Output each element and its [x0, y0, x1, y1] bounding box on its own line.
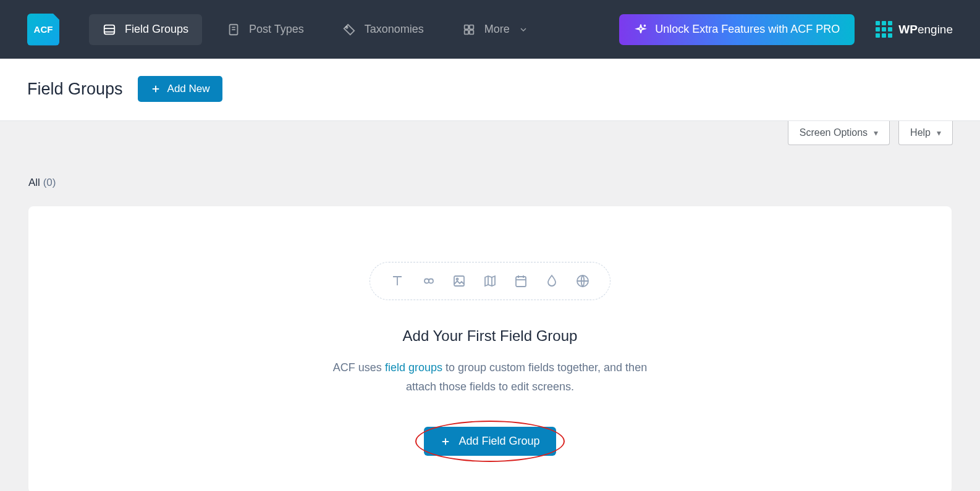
wpengine-text: WPengine	[898, 23, 953, 36]
acf-logo: ACF	[27, 14, 59, 46]
help-label: Help	[910, 127, 931, 138]
drop-icon	[544, 274, 559, 288]
nav-label: Field Groups	[125, 23, 188, 36]
help-toggle[interactable]: Help	[898, 121, 953, 145]
view-toggles: Screen Options Help	[788, 121, 953, 145]
nav-item-taxonomies[interactable]: Taxonomies	[329, 14, 437, 45]
sparkle-icon	[634, 23, 648, 36]
svg-point-11	[644, 25, 646, 26]
svg-rect-14	[454, 276, 464, 286]
text-icon	[390, 274, 405, 288]
tag-icon	[342, 23, 356, 36]
document-icon	[227, 23, 240, 36]
svg-rect-8	[470, 25, 473, 28]
nav-label: Post Types	[249, 23, 304, 36]
page-title: Field Groups	[27, 80, 123, 99]
nav-label: Taxonomies	[365, 23, 424, 36]
plus-icon	[440, 436, 451, 447]
acf-logo-text: ACF	[34, 24, 53, 35]
add-field-group-label: Add Field Group	[458, 435, 539, 448]
field-groups-link[interactable]: field groups	[385, 361, 442, 374]
chevron-down-icon	[518, 25, 528, 35]
globe-icon	[575, 274, 590, 288]
svg-rect-7	[464, 25, 468, 28]
empty-description: ACF uses field groups to group custom fi…	[317, 358, 663, 396]
nav-item-more[interactable]: More	[449, 14, 542, 45]
filter-all-link[interactable]: All	[28, 177, 40, 188]
add-field-group-wrap: Add Field Group	[424, 427, 555, 456]
nav-item-post-types[interactable]: Post Types	[213, 14, 318, 45]
content-area: Screen Options Help All (0) Add Your Fir…	[0, 121, 980, 491]
nav-item-field-groups[interactable]: Field Groups	[89, 14, 202, 45]
empty-title: Add Your First Field Group	[53, 327, 927, 345]
svg-point-15	[457, 279, 458, 280]
svg-point-6	[346, 26, 348, 28]
add-new-label: Add New	[167, 83, 210, 95]
wpengine-logo: WPengine	[876, 21, 953, 38]
plus-icon	[150, 83, 161, 94]
infinity-icon	[421, 274, 436, 288]
nav-items: Field Groups Post Types Taxonomies More	[89, 14, 553, 45]
svg-rect-0	[104, 25, 115, 34]
calendar-icon	[513, 274, 528, 288]
top-nav: ACF Field Groups Post Types Taxonomies M…	[0, 0, 980, 59]
filter-count: (0)	[43, 177, 56, 188]
add-field-group-button[interactable]: Add Field Group	[424, 427, 555, 456]
nav-label: More	[484, 23, 510, 36]
page-header: Field Groups Add New	[0, 59, 980, 121]
empty-state-card: Add Your First Field Group ACF uses fiel…	[28, 206, 952, 491]
svg-rect-18	[516, 277, 526, 287]
image-icon	[452, 274, 467, 288]
icon-pill	[370, 262, 610, 300]
layout-icon	[103, 23, 116, 36]
svg-rect-10	[470, 30, 473, 33]
grid-icon	[462, 23, 476, 36]
wpengine-icon	[876, 21, 892, 38]
map-icon	[483, 274, 497, 288]
add-new-button[interactable]: Add New	[138, 76, 222, 102]
screen-options-toggle[interactable]: Screen Options	[788, 121, 890, 145]
unlock-pro-button[interactable]: Unlock Extra Features with ACF PRO	[619, 14, 855, 45]
pro-button-label: Unlock Extra Features with ACF PRO	[655, 23, 840, 36]
svg-rect-9	[464, 30, 468, 33]
screen-options-label: Screen Options	[800, 127, 868, 138]
